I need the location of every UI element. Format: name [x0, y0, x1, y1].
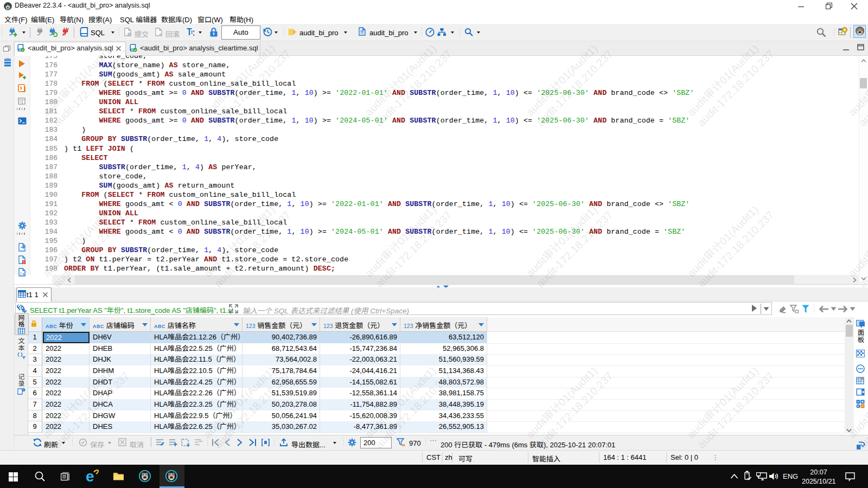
svg-text:e: e — [86, 468, 94, 483]
